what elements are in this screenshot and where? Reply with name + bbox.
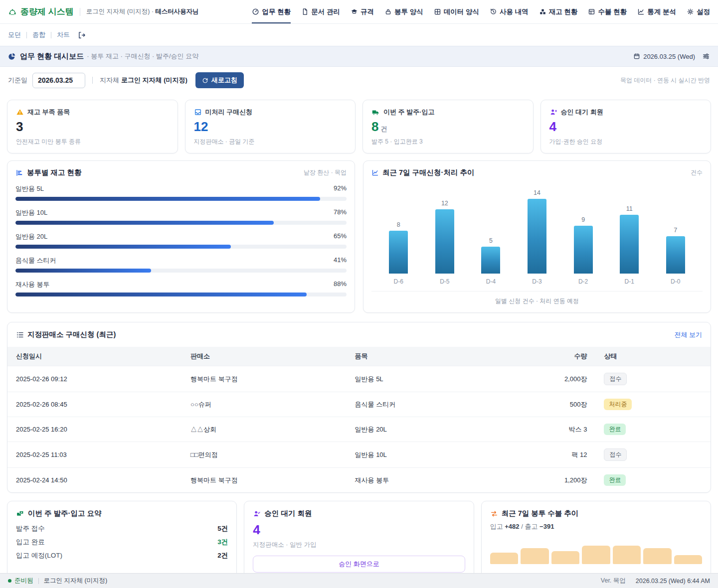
progress-track — [15, 269, 347, 273]
filter-row: 기준일 지자체로그인 지자체 (미지정) 새로고침 목업 데이터 · 연동 시 … — [0, 67, 718, 94]
status-badge: 완료 — [604, 424, 626, 435]
divider — [38, 578, 39, 584]
nav-item-specs[interactable]: 규격 — [351, 0, 374, 23]
history-icon — [490, 8, 497, 15]
calendar-icon — [633, 53, 640, 60]
kpi-sub: 발주 5 · 입고완료 3 — [371, 138, 525, 146]
summary-label: 입고 예정(LOT) — [16, 551, 62, 560]
trend-panel: 최근 7일 구매신청·처리 추이 건수 8D-612D-55D-414D-39D… — [363, 160, 711, 313]
sliders-icon[interactable] — [702, 52, 710, 60]
cell-store: 행복마트 북구점 — [182, 468, 346, 493]
base-date-input[interactable] — [32, 73, 85, 88]
nav-item-bag-forms[interactable]: 봉투 양식 — [384, 0, 423, 23]
nav-label: 수불 현황 — [598, 7, 627, 16]
date-display[interactable]: 2026.03.25 (Wed) — [633, 53, 695, 60]
table-row: 2025-02-25 16:20△△상회일반용 20L박스 3완료 — [7, 417, 711, 442]
truck-icon — [371, 108, 380, 117]
refresh-button[interactable]: 새로고침 — [195, 72, 244, 88]
nav-item-inventory[interactable]: 재고 현황 — [539, 0, 578, 23]
mini-bar — [521, 548, 548, 564]
bar-value-label: 8 — [397, 221, 400, 228]
inbox-icon — [194, 108, 202, 116]
flow-title: 최근 7일 봉투 수불 추이 — [502, 509, 579, 518]
doc-icon — [301, 8, 309, 15]
bar-x-label: D-0 — [671, 278, 680, 285]
bar-x-label: D-1 — [625, 278, 634, 285]
divider — [26, 32, 27, 38]
kpi-card-4: 승인 대기 회원4가입·권한 승인 요청 — [540, 100, 712, 153]
trend-bar-column: 14D-3 — [514, 179, 560, 285]
nav-item-statistics[interactable]: 통계 분석 — [637, 0, 676, 23]
divider — [92, 77, 93, 84]
nav-item-settings[interactable]: 설정 — [687, 0, 710, 23]
nav-label: 설정 — [697, 7, 710, 16]
cell-status: 접수 — [595, 442, 711, 468]
status-ready: 준비됨 — [14, 577, 33, 585]
trend-bar — [389, 231, 408, 274]
kpi-title: 재고 부족 품목 — [27, 108, 70, 117]
trend-bar — [528, 199, 546, 274]
progress-fill — [15, 245, 231, 249]
pie-chart-icon — [8, 52, 16, 60]
nav-item-documents[interactable]: 문서 관리 — [301, 0, 340, 23]
nav-label: 통계 분석 — [647, 7, 676, 16]
week-summary-title: 이번 주 발주·입고 요약 — [28, 509, 101, 518]
table-row: 2025-02-24 14:50행복마트 북구점재사용 봉투1,200장완료 — [7, 468, 711, 493]
cell-datetime: 2025-02-26 08:45 — [7, 392, 182, 417]
progress-fill — [15, 197, 320, 201]
warning-icon — [16, 108, 24, 116]
view-all-link[interactable]: 전체 보기 — [674, 330, 702, 339]
mini-bar — [674, 555, 702, 564]
skin-tab-3[interactable]: 차트 — [57, 30, 70, 39]
status-org: 로그인 지자체 (미지정) — [44, 577, 108, 585]
nav-item-usage[interactable]: 사용 내역 — [490, 0, 529, 23]
divider — [80, 8, 80, 16]
app-logo[interactable]: 종량제 시스템 — [8, 6, 74, 17]
logout-icon[interactable] — [77, 31, 86, 39]
nav-item-work-status[interactable]: 업무 현황 — [252, 0, 291, 23]
kpi-title: 미처리 구매신청 — [205, 108, 253, 117]
bar-value-label: 7 — [674, 227, 677, 234]
skin-tab-1[interactable]: 모던 — [8, 30, 21, 39]
stock-panel-title: 봉투별 재고 현황 — [27, 168, 82, 177]
login-context: 로그인 지자체 (미지정) ·테스터사용자님 — [86, 7, 199, 16]
nav-item-ledger[interactable]: 수불 현황 — [588, 0, 627, 23]
user-check-icon — [253, 510, 261, 518]
kpi-sub: 지정판매소 · 금일 기준 — [194, 138, 347, 146]
status-badge: 완료 — [604, 474, 626, 486]
stock-bar-row: 재사용 봉투88% — [15, 280, 347, 296]
top-navbar: 종량제 시스템 로그인 지자체 (미지정) ·테스터사용자님 업무 현황문서 관… — [0, 0, 718, 24]
trend-bar-column: 7D-0 — [652, 179, 699, 285]
requests-title: 지정판매소 구매신청 (최근) — [27, 330, 116, 339]
mini-bar — [551, 551, 579, 564]
summary-row: 입고 예정(LOT)2건 — [16, 551, 228, 560]
kpi-value: 4 — [549, 120, 703, 133]
requests-panel: 지정판매소 구매신청 (최근) 전체 보기 신청일시판매소품목수량상태 2025… — [7, 322, 711, 493]
nav-label: 규격 — [360, 7, 374, 16]
status-datetime: 2026.03.25 (Wed) 6:44 AM — [636, 578, 710, 585]
app-title: 종량제 시스템 — [20, 6, 74, 17]
column-header: 판매소 — [182, 347, 346, 366]
stock-bar-row: 일반용 20L65% — [15, 232, 347, 249]
kpi-value: 3 — [16, 120, 169, 133]
gauge-icon — [252, 8, 259, 15]
skin-tab-2[interactable]: 종합 — [32, 30, 45, 39]
nav-label: 사용 내역 — [500, 7, 529, 16]
nav-label: 재고 현황 — [549, 7, 578, 16]
stock-bar-row: 음식물 스티커41% — [15, 256, 347, 273]
flow-card: 최근 7일 봉투 수불 추이 입고 +482 / 출고 −391 — [481, 501, 711, 580]
bar-x-label: D-4 — [486, 278, 496, 285]
trend-bar-chart: 8D-612D-55D-414D-39D-211D-17D-0 — [371, 179, 703, 285]
trend-bar-column: 12D-5 — [422, 179, 468, 285]
org-display: 지자체로그인 지자체 (미지정) — [100, 76, 187, 85]
main-nav: 업무 현황문서 관리규격봉투 양식데이터 양식사용 내역재고 현황수불 현황통계… — [252, 0, 710, 23]
trend-bar-column: 11D-1 — [606, 179, 653, 285]
nav-item-data-forms[interactable]: 데이터 양식 — [434, 0, 479, 23]
stock-bar-row: 일반용 10L78% — [15, 208, 347, 225]
go-approval-button[interactable]: 승인 화면으로 — [253, 556, 465, 573]
stock-label: 음식물 스티커 — [15, 256, 56, 265]
stock-bars: 일반용 5L92%일반용 10L78%일반용 20L65%음식물 스티커41%재… — [15, 184, 347, 296]
status-badge: 접수 — [604, 448, 627, 461]
skin-tabs: 모던종합차트 — [8, 30, 70, 39]
summary-row: 발주 접수5건 — [16, 524, 228, 533]
